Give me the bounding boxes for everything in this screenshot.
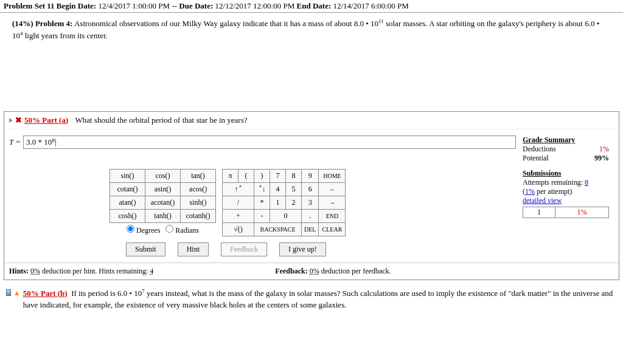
action-row: Submit Hint Feedback I give up! bbox=[4, 242, 619, 263]
key-dot[interactable]: . bbox=[302, 209, 319, 222]
detailed-view-link[interactable]: detailed view bbox=[523, 196, 609, 205]
keypad-area: sin()cos()tan() cotan()asin()acos() atan… bbox=[110, 169, 346, 236]
subs-title: Submissions bbox=[523, 169, 609, 178]
radians-option[interactable]: Radians bbox=[165, 226, 199, 235]
fn-table: sin()cos()tan() cotan()asin()acos() atan… bbox=[110, 169, 216, 223]
fn-acos[interactable]: acos() bbox=[181, 182, 216, 196]
hints-label: Hints: bbox=[9, 267, 29, 275]
fn-tanh[interactable]: tanh() bbox=[145, 209, 181, 222]
key-9[interactable]: 9 bbox=[302, 169, 319, 182]
fb-label: Feedback: bbox=[275, 267, 307, 275]
angle-mode: Degrees Radians bbox=[110, 223, 216, 235]
collapse-icon[interactable] bbox=[6, 289, 11, 296]
fn-sinh[interactable]: sinh() bbox=[181, 196, 216, 209]
hints-row: Hints: 0% deduction per hint. Hints rema… bbox=[4, 263, 619, 280]
fn-sin[interactable]: sin() bbox=[110, 169, 145, 182]
incorrect-icon: ✖ bbox=[15, 115, 22, 125]
fn-cos[interactable]: cos() bbox=[145, 169, 181, 182]
problem-text: (14%) Problem 4: Astronomical observatio… bbox=[0, 13, 623, 44]
key-0[interactable]: 0 bbox=[270, 209, 302, 222]
attempts-label: Attempts remaining: bbox=[523, 178, 583, 187]
key-1[interactable]: 1 bbox=[270, 196, 286, 209]
part-a-header: ✖ 50% Part (a) What should the orbital p… bbox=[4, 112, 619, 129]
key-6[interactable]: 6 bbox=[302, 182, 319, 196]
submissions-box: Submissions Attempts remaining: 8 (1% pe… bbox=[523, 169, 614, 236]
key-del[interactable]: DEL bbox=[302, 222, 319, 236]
hints-text: deduction per hint. Hints remaining: bbox=[42, 267, 148, 275]
fb-text: deduction per feedback. bbox=[321, 267, 391, 275]
due-date: 12/12/2017 12:00:00 PM bbox=[215, 1, 295, 10]
num-table: π ( ) 7 8 9 HOME ↑˄ ˅↓ 4 5 6 ← / bbox=[222, 169, 346, 236]
part-a-container: ✖ 50% Part (a) What should the orbital p… bbox=[4, 111, 619, 280]
fn-tan[interactable]: tan() bbox=[181, 169, 216, 182]
answer-input[interactable] bbox=[23, 136, 516, 149]
part-b-row: ▲ 50% Part (b) If its period is 6.0 • 10… bbox=[0, 280, 623, 311]
feedback-button: Feedback bbox=[221, 242, 267, 256]
key-div[interactable]: / bbox=[223, 196, 254, 209]
key-home[interactable]: HOME bbox=[319, 169, 346, 182]
part-b-label[interactable]: 50% Part (b) bbox=[23, 289, 68, 298]
giveup-button[interactable]: I give up! bbox=[279, 242, 326, 256]
key-right[interactable]: → bbox=[319, 196, 346, 209]
degrees-radio[interactable] bbox=[127, 225, 134, 233]
radians-radio[interactable] bbox=[165, 225, 173, 233]
key-4[interactable]: 4 bbox=[270, 182, 286, 196]
fn-pad: sin()cos()tan() cotan()asin()acos() atan… bbox=[110, 169, 216, 236]
keypad-section: sin()cos()tan() cotan()asin()acos() atan… bbox=[4, 169, 619, 242]
warning-icon: ▲ bbox=[13, 287, 21, 298]
key-3[interactable]: 3 bbox=[302, 196, 319, 209]
key-sqrt[interactable]: √() bbox=[223, 222, 254, 236]
end-label: End Date: bbox=[297, 1, 332, 10]
answer-row: T = Grade Summary Deductions 1% Potentia… bbox=[4, 129, 619, 169]
problem-prefix: (14%) Problem 4: bbox=[12, 19, 72, 28]
hint-button[interactable]: Hint bbox=[178, 242, 209, 256]
ded-label: Deductions bbox=[523, 145, 556, 154]
end-date: 12/14/2017 6:00:00 PM bbox=[333, 1, 408, 10]
key-down[interactable]: ˅↓ bbox=[254, 182, 270, 196]
key-rparen[interactable]: ) bbox=[254, 169, 270, 182]
problem-exp1: 11 bbox=[378, 18, 384, 24]
per-attempt-link[interactable]: 1% bbox=[525, 187, 535, 196]
key-end[interactable]: END bbox=[319, 209, 346, 222]
due-label: Due Date: bbox=[179, 1, 213, 10]
key-5[interactable]: 5 bbox=[286, 182, 302, 196]
part-a-question: What should the orbital period of that s… bbox=[75, 115, 247, 125]
key-minus[interactable]: - bbox=[254, 209, 270, 222]
spacer bbox=[0, 44, 623, 111]
hints-remaining: 4 bbox=[150, 267, 153, 275]
pot-val: 99% bbox=[594, 154, 609, 163]
fn-cotanh[interactable]: cotanh() bbox=[181, 209, 216, 222]
expand-icon[interactable] bbox=[9, 118, 13, 123]
key-pi[interactable]: π bbox=[223, 169, 238, 182]
sub-num: 1 bbox=[523, 207, 555, 218]
part-a-label[interactable]: 50% Part (a) bbox=[24, 115, 68, 125]
key-backspace[interactable]: BACKSPACE bbox=[254, 222, 302, 236]
hints-pct: 0% bbox=[30, 267, 40, 275]
fn-cotan[interactable]: cotan() bbox=[110, 182, 145, 196]
fn-cosh[interactable]: cosh() bbox=[110, 209, 145, 222]
fn-asin[interactable]: asin() bbox=[145, 182, 181, 196]
key-8[interactable]: 8 bbox=[286, 169, 302, 182]
degrees-option[interactable]: Degrees bbox=[127, 226, 160, 235]
answer-var: T = bbox=[9, 137, 21, 147]
key-clear[interactable]: CLEAR bbox=[319, 222, 346, 236]
problem-t3: light years from its center. bbox=[25, 31, 108, 40]
begin-date: 12/4/2017 1:00:00 PM bbox=[98, 1, 170, 10]
header-bar: Problem Set 11 Begin Date: 12/4/2017 1:0… bbox=[0, 0, 623, 13]
sub-pct: 1% bbox=[555, 207, 608, 218]
submit-button[interactable]: Submit bbox=[126, 242, 165, 256]
key-left[interactable]: ← bbox=[319, 182, 346, 196]
problem-t1: Astronomical observations of our Milky W… bbox=[74, 19, 378, 28]
key-mul[interactable]: * bbox=[254, 196, 270, 209]
key-7[interactable]: 7 bbox=[270, 169, 286, 182]
fn-acotan[interactable]: acotan() bbox=[145, 196, 181, 209]
grade-summary: Grade Summary Deductions 1% Potential 99… bbox=[523, 136, 614, 163]
key-up[interactable]: ↑˄ bbox=[223, 182, 254, 196]
key-2[interactable]: 2 bbox=[286, 196, 302, 209]
subs-table: 11% bbox=[523, 207, 609, 218]
fn-atan[interactable]: atan() bbox=[110, 196, 145, 209]
key-lparen[interactable]: ( bbox=[238, 169, 254, 182]
ded-val: 1% bbox=[599, 145, 609, 154]
key-plus[interactable]: + bbox=[223, 209, 254, 222]
attempts-val[interactable]: 8 bbox=[585, 178, 588, 187]
